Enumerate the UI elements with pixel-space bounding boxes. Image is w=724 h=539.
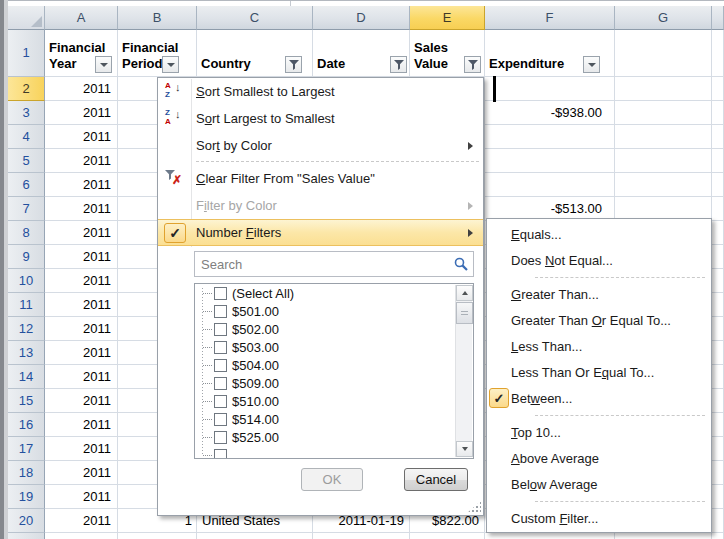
spreadsheet-cell[interactable]: 2011 (45, 317, 118, 341)
scroll-up-button[interactable] (456, 285, 473, 301)
row-header[interactable]: 14 (8, 365, 45, 389)
resize-grip[interactable] (467, 501, 481, 513)
row-header[interactable]: 15 (8, 389, 45, 413)
submenu-item[interactable]: ✓ Top 10... (487, 419, 711, 445)
menu-item-filter-by-color[interactable]: Filter by Color (158, 192, 483, 219)
spreadsheet-cell[interactable] (712, 149, 724, 173)
spreadsheet-cell[interactable]: 2011 (45, 149, 118, 173)
spreadsheet-cell[interactable] (712, 485, 724, 509)
item-checkbox[interactable] (214, 413, 227, 426)
spreadsheet-cell[interactable] (712, 197, 724, 221)
row-header[interactable]: 19 (8, 485, 45, 509)
item-checkbox[interactable] (214, 341, 227, 354)
list-scrollbar[interactable] (455, 285, 472, 457)
spreadsheet-cell[interactable] (485, 533, 615, 539)
menu-item-sort-by-color[interactable]: Sort by Color (158, 132, 483, 159)
spreadsheet-cell[interactable] (712, 77, 724, 101)
row-header[interactable]: 11 (8, 293, 45, 317)
autofilter-button-country-filtered[interactable] (285, 56, 302, 73)
item-checkbox[interactable] (214, 359, 227, 372)
spreadsheet-cell[interactable]: 2011 (45, 125, 118, 149)
row-header[interactable]: 3 (8, 101, 45, 125)
cell-f1-expenditure[interactable]: Expenditure (485, 30, 615, 77)
list-item[interactable]: $514.00 (195, 410, 473, 428)
spreadsheet-cell[interactable] (712, 293, 724, 317)
submenu-item[interactable]: ✓ (487, 411, 711, 419)
spreadsheet-cell[interactable] (615, 149, 712, 173)
spreadsheet-cell[interactable]: 2011 (45, 341, 118, 365)
spreadsheet-cell[interactable]: 2011 (45, 221, 118, 245)
submenu-item[interactable]: ✓ (487, 497, 711, 505)
spreadsheet-cell[interactable]: 2011 (45, 173, 118, 197)
spreadsheet-cell[interactable]: 2011 (45, 245, 118, 269)
spreadsheet-cell[interactable] (485, 149, 615, 173)
submenu-item[interactable]: ✓ Above Average (487, 445, 711, 471)
autofilter-button-year[interactable] (95, 56, 112, 73)
autofilter-button-sales-value-filtered[interactable] (464, 56, 481, 73)
menu-item-sort-largest[interactable]: ZA↓ Sort Largest to Smallest (158, 105, 483, 132)
column-header-f[interactable]: F (485, 6, 615, 30)
spreadsheet-cell[interactable] (712, 389, 724, 413)
list-item[interactable]: $509.00 (195, 374, 473, 392)
list-item[interactable]: $504.00 (195, 356, 473, 374)
autofilter-button-expenditure[interactable] (583, 56, 600, 73)
spreadsheet-cell[interactable] (712, 509, 724, 533)
spreadsheet-cell[interactable] (712, 101, 724, 125)
column-header-e-selected[interactable]: E (410, 6, 485, 30)
row-header[interactable]: 6 (8, 173, 45, 197)
spreadsheet-cell[interactable] (712, 341, 724, 365)
row-header[interactable]: 8 (8, 221, 45, 245)
spreadsheet-cell[interactable] (712, 125, 724, 149)
column-header-b[interactable]: B (118, 6, 197, 30)
spreadsheet-cell[interactable] (615, 173, 712, 197)
menu-item-sort-smallest[interactable]: AZ↓ Sort Smallest to Largest (158, 78, 483, 105)
submenu-item[interactable]: ✓ Equals... (487, 221, 711, 247)
row-header[interactable]: 16 (8, 413, 45, 437)
spreadsheet-cell[interactable] (712, 269, 724, 293)
spreadsheet-cell[interactable] (712, 365, 724, 389)
list-item[interactable]: $502.00 (195, 320, 473, 338)
spreadsheet-cell[interactable] (313, 533, 410, 539)
submenu-item[interactable]: ✓ Less Than... (487, 333, 711, 359)
cell-d1-date[interactable]: Date (313, 30, 410, 77)
submenu-item[interactable]: ✓ Greater Than Or Equal To... (487, 307, 711, 333)
row-header[interactable]: 2 (8, 77, 45, 101)
scrollbar-thumb[interactable] (456, 302, 473, 324)
menu-item-number-filters[interactable]: ✓ Number Filters (158, 219, 483, 246)
spreadsheet-cell[interactable] (615, 125, 712, 149)
row-header[interactable] (8, 533, 45, 539)
spreadsheet-cell[interactable] (485, 77, 615, 101)
row-header[interactable]: 9 (8, 245, 45, 269)
item-checkbox[interactable] (214, 287, 227, 300)
cell-g1[interactable] (615, 30, 712, 77)
row-header[interactable]: 4 (8, 125, 45, 149)
row-header[interactable]: 10 (8, 269, 45, 293)
cancel-button[interactable]: Cancel (404, 468, 468, 491)
spreadsheet-cell[interactable]: 2011 (45, 389, 118, 413)
autofilter-button-date-filtered[interactable] (390, 56, 407, 73)
spreadsheet-cell[interactable]: 2011 (45, 485, 118, 509)
column-header-c[interactable]: C (197, 6, 313, 30)
spreadsheet-cell[interactable] (712, 437, 724, 461)
search-input[interactable] (194, 251, 474, 277)
column-header-a[interactable]: A (45, 6, 118, 30)
spreadsheet-cell[interactable] (118, 533, 197, 539)
column-header-g[interactable]: G (615, 6, 712, 30)
spreadsheet-cell[interactable] (712, 533, 724, 539)
spreadsheet-cell[interactable] (712, 173, 724, 197)
cell-sliver-1[interactable] (712, 30, 724, 77)
spreadsheet-cell[interactable]: -$938.00 (485, 101, 615, 125)
column-header-d[interactable]: D (313, 6, 410, 30)
list-item[interactable]: $503.00 (195, 338, 473, 356)
item-checkbox[interactable] (214, 323, 227, 336)
spreadsheet-cell[interactable]: 2011 (45, 413, 118, 437)
submenu-item[interactable]: ✓ Custom Filter... (487, 505, 711, 531)
spreadsheet-cell[interactable]: 2011 (45, 437, 118, 461)
spreadsheet-cell[interactable]: 2011 (45, 293, 118, 317)
spreadsheet-cell[interactable] (45, 533, 118, 539)
list-item[interactable]: $510.00 (195, 392, 473, 410)
list-item[interactable]: $525.00 (195, 428, 473, 446)
spreadsheet-cell[interactable] (615, 101, 712, 125)
item-checkbox[interactable] (214, 449, 227, 460)
list-item[interactable]: (Select All) (195, 284, 473, 302)
